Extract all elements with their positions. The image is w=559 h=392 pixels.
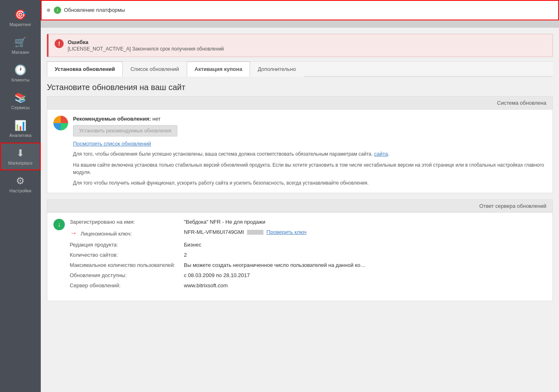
verify-key-link[interactable]: Проверить ключ: [267, 229, 307, 235]
info-value-1: NFR-ML-VFM6UI749GMI Проверить ключ: [184, 229, 546, 238]
tab-coupon[interactable]: Активация купона: [187, 62, 250, 77]
system-status-body: Рекомендуемые обновления: нет Установить…: [47, 110, 552, 193]
info-label-3: Количество сайтов:: [70, 252, 184, 258]
platform-update-icon: i: [53, 6, 62, 14]
tabs-bar: Установка обновлений Список обновлений А…: [47, 61, 553, 77]
page-title: Установите обновления на ваш сайт: [47, 83, 553, 92]
system-status-card: Система обновлена Рекомендуемые обновлен…: [47, 96, 553, 193]
info-value-4: Вы можете создать неограниченное число п…: [184, 262, 546, 268]
breadcrumb-text: Обновление платформы: [64, 7, 125, 13]
store-icon: 🛒: [14, 37, 27, 48]
recommended-label-text: Рекомендуемые обновления:: [73, 116, 151, 122]
svg-text:i: i: [57, 8, 58, 13]
recommended-label: Рекомендуемые обновления: нет: [73, 116, 546, 122]
sidebar-label-settings: Настройки: [9, 188, 31, 193]
error-description: [LICENSE_NOT_ACTIVE_A] Закончился срок п…: [68, 46, 224, 52]
view-list-link[interactable]: Посмотреть список обновлений: [73, 141, 151, 147]
server-response-body: ↓ Зарегистрировано на имя: "Вебдока" NFR…: [47, 213, 552, 301]
sidebar-item-marketing[interactable]: 🎯 Маркетинг: [0, 4, 41, 32]
sidebar-label-clients: Клиенты: [11, 77, 29, 82]
sidebar-item-settings[interactable]: ⚙ Настройки: [0, 170, 41, 198]
update-row: Рекомендуемые обновления: нет Установить…: [53, 116, 546, 187]
tab-extra[interactable]: Дополнительно: [250, 62, 304, 77]
tab-install[interactable]: Установка обновлений: [47, 62, 123, 77]
info-value-0: "Вебдока" NFR - Не для продажи: [184, 219, 546, 225]
info-label-6: Сервер обновлений:: [70, 282, 184, 288]
site-link[interactable]: сайта: [374, 151, 388, 157]
sidebar-item-marketplace[interactable]: ⬇ Marketplace: [0, 143, 41, 170]
install-button[interactable]: Установить рекомендуемые обновления: [73, 125, 177, 137]
pinwheel-icon: [53, 116, 68, 130]
error-text-block: Ошибка [LICENSE_NOT_ACTIVE_A] Закончился…: [68, 39, 224, 52]
sidebar-label-store: Магазин: [12, 50, 29, 55]
arrow-icon: →: [70, 229, 77, 238]
services-icon: 📚: [14, 92, 27, 104]
info-value-3: 2: [184, 252, 546, 258]
info-label-5: Обновления доступны:: [70, 272, 184, 278]
marketing-icon: 🎯: [14, 9, 27, 20]
breadcrumb-dot: [47, 9, 50, 12]
info-value-2: Бизнес: [184, 242, 546, 248]
sidebar-item-analytics[interactable]: 📊 Аналитика: [0, 115, 41, 143]
server-response-header: Ответ сервера обновлений: [47, 200, 552, 213]
sidebar-label-analytics: Аналитика: [9, 133, 31, 138]
info-grid: Зарегистрировано на имя: "Вебдока" NFR -…: [70, 219, 546, 288]
sidebar-item-store[interactable]: 🛒 Магазин: [0, 32, 41, 59]
system-status-header: Система обновлена: [47, 97, 552, 110]
recommended-value: нет: [152, 116, 161, 122]
license-key-text: NFR-ML-VFM6UI749GMI: [184, 229, 244, 235]
tab-list[interactable]: Список обновлений: [123, 62, 187, 77]
info-label-1: → Лицензионный ключ:: [70, 229, 184, 238]
sidebar-item-services[interactable]: 📚 Сервисы: [0, 87, 41, 115]
description-1: Для того, чтобы обновления были успешно …: [73, 150, 546, 158]
sidebar-label-marketing: Маркетинг: [9, 22, 31, 27]
error-banner: ! Ошибка [LICENSE_NOT_ACTIVE_A] Закончил…: [47, 34, 553, 57]
clients-icon: 🕐: [14, 64, 27, 76]
analytics-icon: 📊: [14, 120, 27, 131]
sidebar: 🎯 Маркетинг 🛒 Магазин 🕐 Клиенты 📚 Сервис…: [0, 0, 41, 392]
green-download-icon: ↓: [53, 219, 65, 230]
error-title: Ошибка: [68, 39, 224, 45]
update-info: Рекомендуемые обновления: нет Установить…: [73, 116, 546, 187]
sidebar-label-marketplace: Marketplace: [8, 161, 33, 165]
info-label-0: Зарегистрировано на имя:: [70, 219, 184, 225]
info-value-5: с 08.03.2009 по 28.10.2017: [184, 272, 546, 278]
error-icon: !: [55, 39, 64, 48]
sidebar-label-services: Сервисы: [11, 105, 30, 110]
info-label-4: Максимальное количество пользователей:: [70, 262, 184, 268]
main-wrapper: i Обновление платформы ! Ошибка [LICENSE…: [41, 0, 559, 392]
license-key-masked: [247, 230, 263, 235]
sidebar-item-clients[interactable]: 🕐 Клиенты: [0, 59, 41, 87]
server-response-card: Ответ сервера обновлений ↓ Зарегистриров…: [47, 199, 553, 301]
description-2: На вашем сайте включена установка только…: [73, 161, 546, 176]
gray-bar: [41, 20, 559, 28]
info-value-6: www.bitrixsoft.com: [184, 282, 546, 288]
server-row: ↓ Зарегистрировано на имя: "Вебдока" NFR…: [53, 219, 546, 288]
marketplace-icon: ⬇: [16, 148, 24, 159]
info-label-2: Редакция продукта:: [70, 242, 184, 248]
description-3: Для того чтобы получить новый функционал…: [73, 179, 546, 187]
breadcrumb-bar: i Обновление платформы: [41, 0, 559, 20]
content-area: ! Ошибка [LICENSE_NOT_ACTIVE_A] Закончил…: [41, 28, 559, 392]
settings-icon: ⚙: [16, 175, 25, 187]
